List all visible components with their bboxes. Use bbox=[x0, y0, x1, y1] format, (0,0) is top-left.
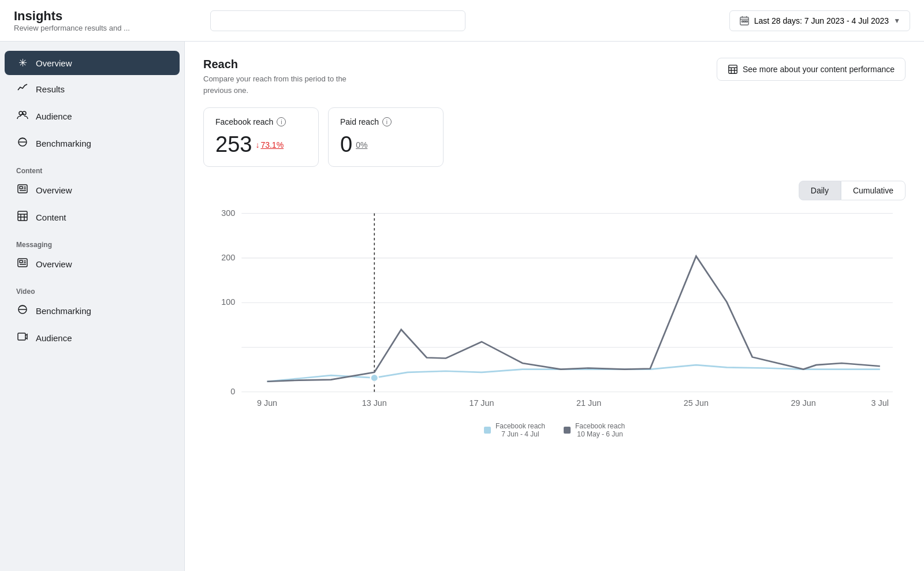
page-title: Insights bbox=[14, 9, 199, 24]
svg-text:9 Jun: 9 Jun bbox=[257, 398, 277, 408]
svg-rect-12 bbox=[20, 186, 23, 189]
sidebar-item-overview[interactable]: ✳ Overview bbox=[5, 51, 180, 75]
reach-title-block: Reach Compare your reach from this perio… bbox=[203, 58, 377, 96]
chart-controls: Daily Cumulative bbox=[203, 181, 906, 200]
facebook-reach-value-row: 253 ↓ 73.1% bbox=[215, 132, 307, 157]
content-icon bbox=[16, 210, 29, 225]
paid-reach-value: 0 bbox=[340, 132, 352, 157]
paid-reach-label-row: Paid reach i bbox=[340, 117, 431, 126]
reach-title: Reach bbox=[203, 58, 377, 71]
sidebar-item-benchmarking[interactable]: Benchmarking bbox=[5, 130, 180, 156]
content-perf-icon bbox=[728, 64, 738, 74]
sidebar-item-audience[interactable]: Audience bbox=[5, 103, 180, 129]
sidebar-item-label: Audience bbox=[36, 111, 72, 121]
svg-text:17 Jun: 17 Jun bbox=[469, 398, 494, 408]
asterisk-icon: ✳ bbox=[16, 57, 29, 69]
svg-text:21 Jun: 21 Jun bbox=[576, 398, 601, 408]
svg-point-8 bbox=[23, 111, 26, 115]
facebook-reach-change-link[interactable]: 73.1% bbox=[260, 140, 284, 150]
sidebar: ✳ Overview Results bbox=[0, 42, 185, 571]
sidebar-item-video-audience[interactable]: Audience bbox=[5, 325, 180, 351]
legend-item-current: Facebook reach 7 Jun - 4 Jul bbox=[484, 422, 545, 438]
facebook-reach-change: ↓ 73.1% bbox=[255, 140, 284, 150]
content-overview-icon bbox=[16, 183, 29, 197]
svg-rect-5 bbox=[744, 21, 746, 22]
sidebar-item-label: Benchmarking bbox=[36, 306, 91, 316]
paid-reach-info-icon[interactable]: i bbox=[382, 117, 392, 126]
svg-rect-22 bbox=[20, 260, 23, 263]
date-range-button[interactable]: Last 28 days: 7 Jun 2023 - 4 Jul 2023 ▼ bbox=[729, 10, 910, 31]
legend-dot-current bbox=[484, 427, 491, 434]
facebook-reach-card: Facebook reach i 253 ↓ 73.1% bbox=[203, 107, 319, 167]
sidebar-item-label: Overview bbox=[36, 58, 72, 68]
svg-rect-29 bbox=[729, 65, 737, 73]
content-area: Reach Compare your reach from this perio… bbox=[185, 42, 924, 571]
date-range-label: Last 28 days: 7 Jun 2023 - 4 Jul 2023 bbox=[754, 16, 889, 25]
svg-text:100: 100 bbox=[221, 298, 235, 307]
daily-toggle-button[interactable]: Daily bbox=[799, 181, 841, 200]
facebook-reach-info-icon[interactable]: i bbox=[277, 117, 286, 126]
sidebar-item-label: Overview bbox=[36, 185, 72, 195]
facebook-reach-value: 253 bbox=[215, 132, 252, 157]
legend-item-previous: Facebook reach 10 May - 6 Jun bbox=[564, 422, 625, 438]
paid-reach-label: Paid reach bbox=[340, 117, 379, 126]
legend-text-previous: Facebook reach 10 May - 6 Jun bbox=[575, 422, 625, 438]
content-section-label: Content bbox=[0, 158, 184, 177]
facebook-reach-label-row: Facebook reach i bbox=[215, 117, 307, 126]
chevron-down-icon: ▼ bbox=[893, 17, 900, 25]
facebook-reach-label: Facebook reach bbox=[215, 117, 273, 126]
sidebar-item-content[interactable]: Content bbox=[5, 204, 180, 230]
content-perf-label: See more about your content performance bbox=[743, 65, 895, 74]
legend-text-current: Facebook reach 7 Jun - 4 Jul bbox=[495, 422, 545, 438]
stats-row: Facebook reach i 253 ↓ 73.1% Paid reach bbox=[203, 107, 906, 167]
sidebar-item-results[interactable]: Results bbox=[5, 76, 180, 102]
svg-text:3 Jul: 3 Jul bbox=[871, 398, 889, 408]
audience-icon bbox=[16, 109, 29, 124]
paid-reach-change: 0% bbox=[356, 140, 367, 150]
results-icon bbox=[16, 82, 29, 96]
legend-sublabel-previous: 10 May - 6 Jun bbox=[575, 430, 625, 438]
svg-text:29 Jun: 29 Jun bbox=[791, 398, 816, 408]
benchmarking-icon bbox=[16, 136, 29, 151]
messaging-overview-icon bbox=[16, 257, 29, 271]
legend-label-previous: Facebook reach bbox=[575, 422, 625, 430]
cumulative-toggle-button[interactable]: Cumulative bbox=[841, 181, 906, 200]
sidebar-item-content-overview[interactable]: Overview bbox=[5, 177, 180, 203]
sidebar-item-messaging-overview[interactable]: Overview bbox=[5, 251, 180, 277]
svg-text:25 Jun: 25 Jun bbox=[684, 398, 709, 408]
svg-point-44 bbox=[371, 374, 378, 382]
down-arrow-icon: ↓ bbox=[255, 140, 259, 150]
header: Insights Review performance results and … bbox=[0, 0, 924, 42]
svg-text:200: 200 bbox=[221, 253, 235, 262]
sidebar-item-label: Results bbox=[36, 84, 65, 94]
sidebar-item-label: Audience bbox=[36, 333, 72, 343]
chart-wrapper: 300 200 100 0 bbox=[203, 207, 906, 415]
svg-rect-6 bbox=[746, 21, 747, 22]
legend-label-current: Facebook reach bbox=[495, 422, 545, 430]
content-performance-button[interactable]: See more about your content performance bbox=[717, 58, 906, 81]
reach-header: Reach Compare your reach from this perio… bbox=[203, 58, 906, 96]
reach-chart: 300 200 100 0 bbox=[203, 207, 906, 415]
paid-reach-value-row: 0 0% bbox=[340, 132, 431, 157]
svg-text:0: 0 bbox=[230, 387, 235, 396]
svg-rect-28 bbox=[18, 333, 25, 340]
svg-text:13 Jun: 13 Jun bbox=[362, 398, 387, 408]
svg-text:300: 300 bbox=[221, 208, 235, 218]
calendar-icon bbox=[739, 16, 750, 26]
reach-subtitle: Compare your reach from this period to t… bbox=[203, 73, 377, 96]
paid-reach-change-link[interactable]: 0% bbox=[356, 140, 367, 150]
main-layout: ✳ Overview Results bbox=[0, 42, 924, 571]
sidebar-item-label: Benchmarking bbox=[36, 139, 91, 148]
video-section-label: Video bbox=[0, 278, 184, 298]
page-subtitle: Review performance results and ... bbox=[14, 24, 199, 32]
sidebar-item-video-benchmarking[interactable]: Benchmarking bbox=[5, 298, 180, 324]
svg-rect-4 bbox=[742, 21, 743, 22]
legend-dot-previous bbox=[564, 427, 571, 434]
svg-rect-16 bbox=[18, 211, 27, 221]
chart-legend: Facebook reach 7 Jun - 4 Jul Facebook re… bbox=[203, 422, 906, 438]
sidebar-item-label: Overview bbox=[36, 259, 72, 269]
search-input[interactable] bbox=[210, 10, 465, 31]
header-title-block: Insights Review performance results and … bbox=[14, 9, 199, 32]
video-audience-icon bbox=[16, 331, 29, 345]
paid-reach-card: Paid reach i 0 0% bbox=[328, 107, 444, 167]
